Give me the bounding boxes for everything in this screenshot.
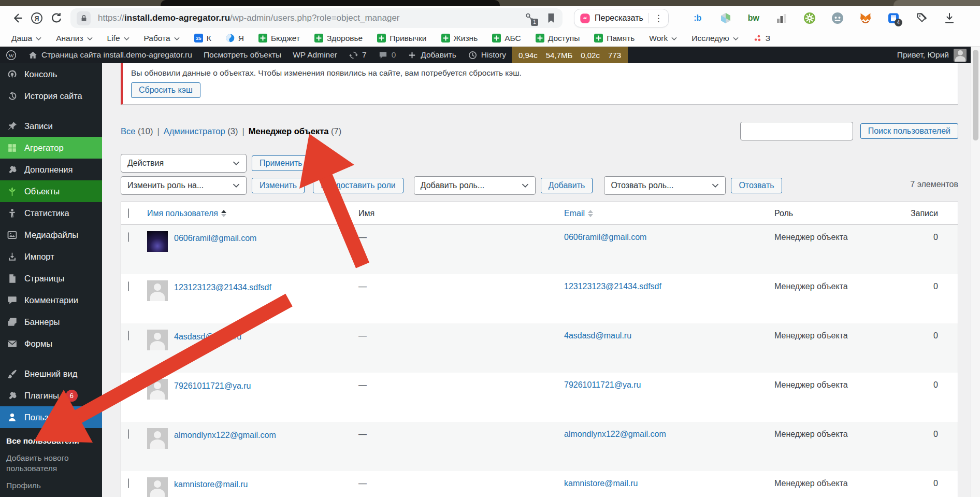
username-link[interactable]: almondlynx122@gmail.com bbox=[174, 431, 276, 449]
bw-extension-button[interactable]: bw bbox=[747, 12, 760, 24]
row-checkbox[interactable] bbox=[128, 281, 129, 291]
add-new-menu[interactable]: Добавить bbox=[401, 47, 462, 63]
refresh-button[interactable] bbox=[47, 8, 66, 28]
bookmark-item-2[interactable]: Life bbox=[107, 34, 129, 43]
sidebar-item-7[interactable]: Медиафайлы bbox=[0, 224, 102, 246]
gear-extension-button[interactable] bbox=[803, 12, 816, 24]
posts-cell[interactable]: 0 bbox=[904, 373, 958, 390]
bookmark-item-6[interactable]: Бюджет bbox=[258, 34, 300, 43]
row-checkbox[interactable] bbox=[128, 232, 129, 242]
search-users-button[interactable]: Поиск пользователей bbox=[860, 123, 958, 139]
scrollbar-thumb[interactable] bbox=[973, 50, 978, 140]
search-input[interactable] bbox=[740, 122, 853, 140]
row-checkbox[interactable] bbox=[128, 331, 129, 340]
password-key-button[interactable]: 1 bbox=[524, 12, 537, 24]
sidebar-item-5[interactable]: Объекты bbox=[0, 180, 102, 202]
posts-cell[interactable]: 0 bbox=[904, 422, 958, 439]
add-role-select[interactable]: Добавить роль... bbox=[414, 176, 536, 195]
column-header-username[interactable]: Имя пользователя bbox=[147, 209, 226, 218]
tag-extension-button[interactable] bbox=[915, 12, 928, 24]
page-scrollbar[interactable] bbox=[971, 47, 980, 497]
posts-cell[interactable]: 0 bbox=[904, 274, 958, 291]
username-link[interactable]: 123123123@21434.sdfsdf bbox=[174, 283, 271, 301]
change-role-select[interactable]: Изменить роль на... bbox=[121, 176, 247, 195]
posts-cell[interactable]: 0 bbox=[904, 471, 958, 488]
bo-extension-button[interactable]: :b bbox=[691, 12, 704, 24]
submenu-item-1[interactable]: Добавить нового пользователя bbox=[6, 449, 95, 477]
back-button[interactable] bbox=[7, 8, 27, 28]
query-monitor-stats[interactable]: 0,94с54,7МБ0,02с773 bbox=[512, 47, 628, 63]
email-link[interactable]: 79261011721@ya.ru bbox=[564, 380, 641, 389]
select-all-checkbox[interactable] bbox=[128, 208, 129, 218]
address-bar[interactable]: https://install.demo-agregator.ru/wp-adm… bbox=[70, 8, 563, 28]
bookmark-item-0[interactable]: Даша bbox=[11, 34, 41, 43]
sidebar-item-8[interactable]: Импорт bbox=[0, 246, 102, 267]
kebab-menu-icon[interactable]: ⋮ bbox=[654, 13, 663, 24]
view-0[interactable]: Все (10) bbox=[121, 126, 153, 136]
username-link[interactable]: kamnistore@mail.ru bbox=[174, 480, 248, 497]
summarize-button[interactable]: “ Пересказать ⋮ bbox=[574, 9, 669, 27]
site-name-menu[interactable]: Страница сайта install.demo-agregator.ru bbox=[22, 47, 198, 63]
bookmark-item-15[interactable]: З bbox=[753, 34, 770, 43]
view-link[interactable]: Все bbox=[121, 126, 135, 136]
wp-logo-button[interactable]: W bbox=[0, 47, 22, 63]
sidebar-item-13[interactable]: Внешний вид bbox=[0, 363, 102, 385]
sidebar-item-3[interactable]: Агрегатор bbox=[0, 137, 102, 159]
bookmark-item-3[interactable]: Работа bbox=[144, 34, 180, 43]
bookmark-item-10[interactable]: АБС bbox=[492, 34, 521, 43]
username-link[interactable]: 79261011721@ya.ru bbox=[174, 381, 251, 400]
updates-menu[interactable]: 7 bbox=[343, 47, 372, 63]
row-checkbox[interactable] bbox=[128, 429, 129, 439]
lock-icon[interactable] bbox=[77, 11, 91, 25]
sidebar-item-10[interactable]: Комментарии bbox=[0, 289, 102, 311]
column-header-email[interactable]: Email bbox=[564, 209, 593, 218]
sidebar-item-0[interactable]: Консоль bbox=[0, 63, 102, 85]
email-link[interactable]: 4asdasd@maul.ru bbox=[564, 331, 631, 340]
greeting-label[interactable]: Привет, Юрий bbox=[897, 50, 949, 60]
posts-cell[interactable]: 0 bbox=[904, 323, 958, 340]
view-objects-menu[interactable]: Посмотреть объекты bbox=[198, 47, 287, 63]
user-avatar[interactable] bbox=[954, 49, 967, 62]
bookmark-item-4[interactable]: 25К bbox=[194, 34, 211, 43]
email-link[interactable]: 123123123@21434.sdfsdf bbox=[564, 282, 661, 291]
comments-menu[interactable]: 0 bbox=[372, 47, 402, 63]
url-text[interactable]: https://install.demo-agregator.ru/wp-adm… bbox=[98, 13, 519, 23]
revoke-role-select[interactable]: Отозвать роль... bbox=[604, 176, 726, 195]
robot-extension-button[interactable] bbox=[831, 12, 844, 24]
cube-extension-button[interactable] bbox=[719, 12, 732, 24]
email-link[interactable]: kamnistore@mail.ru bbox=[564, 479, 638, 488]
bookmark-item-1[interactable]: Анализ bbox=[56, 34, 92, 43]
bookmark-item-5[interactable]: Я bbox=[226, 34, 244, 43]
wp-adminer-menu[interactable]: WP Adminer bbox=[287, 47, 343, 63]
download-button[interactable] bbox=[943, 12, 956, 24]
sidebar-item-12[interactable]: Формы bbox=[0, 333, 102, 354]
apply-button[interactable]: Применить bbox=[252, 155, 310, 171]
sidebar-item-14[interactable]: Плагины6 bbox=[0, 385, 102, 406]
bookmark-item-7[interactable]: Здоровье bbox=[314, 34, 363, 43]
sidebar-item-4[interactable]: Дополнения bbox=[0, 159, 102, 180]
row-checkbox[interactable] bbox=[128, 380, 129, 390]
active-tab[interactable] bbox=[161, 0, 500, 6]
username-link[interactable]: 4asdasd@maul.ru bbox=[174, 332, 241, 350]
sidebar-item-6[interactable]: Статистика bbox=[0, 202, 102, 224]
submenu-item-2[interactable]: Профиль bbox=[6, 477, 95, 494]
add-button[interactable]: Добавить bbox=[541, 178, 593, 193]
bookmark-item-13[interactable]: Work bbox=[649, 34, 677, 43]
reset-cache-button[interactable]: Сбросить кэш bbox=[131, 82, 200, 98]
submenu-item-0[interactable]: Все пользователи bbox=[6, 432, 95, 449]
posts-cell[interactable]: 0 bbox=[904, 225, 958, 242]
view-1[interactable]: Администратор (3) bbox=[164, 126, 238, 136]
wallet-extension-button[interactable]: 4 bbox=[887, 12, 900, 24]
sidebar-item-11[interactable]: Баннеры bbox=[0, 311, 102, 333]
sidebar-item-2[interactable]: Записи bbox=[0, 115, 102, 137]
row-checkbox[interactable] bbox=[128, 478, 129, 488]
yandex-browser-button[interactable]: Я bbox=[27, 8, 47, 28]
bookmark-item-12[interactable]: Память bbox=[594, 34, 635, 43]
sidebar-item-15[interactable]: Пользователи bbox=[0, 406, 102, 428]
revoke-button[interactable]: Отозвать bbox=[731, 178, 782, 193]
bulk-actions-select[interactable]: Действия bbox=[121, 154, 247, 173]
username-link[interactable]: 0606ramil@gmail.com bbox=[174, 234, 256, 252]
grant-roles-button[interactable]: Предоставить роли bbox=[313, 178, 403, 193]
email-link[interactable]: almondlynx122@gmail.com bbox=[564, 430, 666, 438]
sidebar-item-1[interactable]: История сайта bbox=[0, 85, 102, 107]
